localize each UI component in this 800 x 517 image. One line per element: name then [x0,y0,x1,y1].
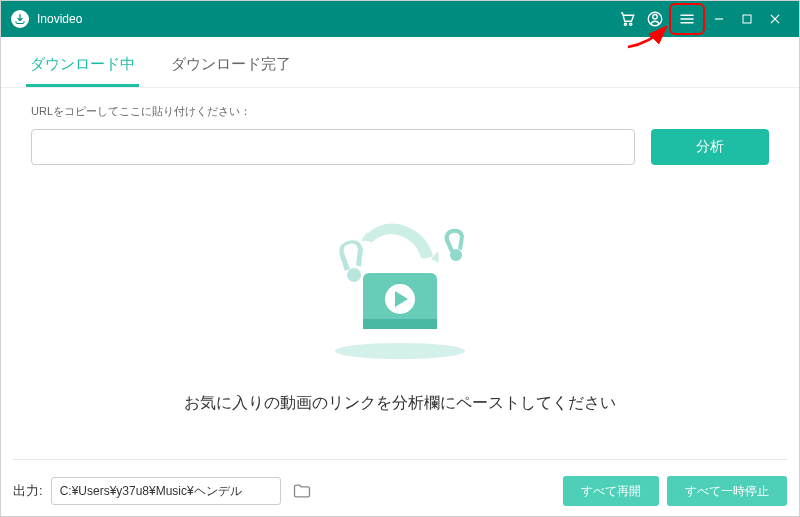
tab-completed[interactable]: ダウンロード完了 [167,55,295,87]
app-title: Inovideo [37,12,82,26]
footer: 出力: すべて再開 すべて一時停止 [1,476,799,506]
cart-icon[interactable] [613,5,641,33]
app-logo [11,10,29,28]
url-section: URLをコピーしてここに貼り付けください： 分析 [1,88,799,171]
resume-all-button[interactable]: すべて再開 [563,476,659,506]
titlebar: Inovideo [1,1,799,37]
minimize-icon[interactable] [705,5,733,33]
svg-point-1 [630,23,632,25]
user-icon[interactable] [641,5,669,33]
svg-point-0 [624,23,626,25]
svg-marker-15 [431,251,439,263]
tab-downloading[interactable]: ダウンロード中 [26,55,139,87]
svg-point-13 [450,249,462,261]
footer-divider [13,459,787,460]
output-label: 出力: [13,482,43,500]
svg-rect-18 [363,323,437,329]
browse-folder-icon[interactable] [289,478,315,504]
empty-state: お気に入りの動画のリンクを分析欄にペーストしてください [1,171,799,444]
menu-icon[interactable] [673,5,701,33]
tabs: ダウンロード中 ダウンロード完了 [1,37,799,88]
empty-message: お気に入りの動画のリンクを分析欄にペーストしてください [1,393,799,414]
svg-point-12 [347,268,361,282]
url-label: URLをコピーしてここに貼り付けください： [31,104,769,119]
url-input[interactable] [31,129,635,165]
pause-all-button[interactable]: すべて一時停止 [667,476,787,506]
svg-point-3 [653,15,658,20]
output-path-input[interactable] [51,477,281,505]
close-icon[interactable] [761,5,789,33]
empty-illustration [305,211,495,361]
menu-highlight-annotation [669,3,705,35]
maximize-icon[interactable] [733,5,761,33]
analyze-button[interactable]: 分析 [651,129,769,165]
svg-point-11 [335,343,465,359]
svg-rect-8 [743,15,751,23]
